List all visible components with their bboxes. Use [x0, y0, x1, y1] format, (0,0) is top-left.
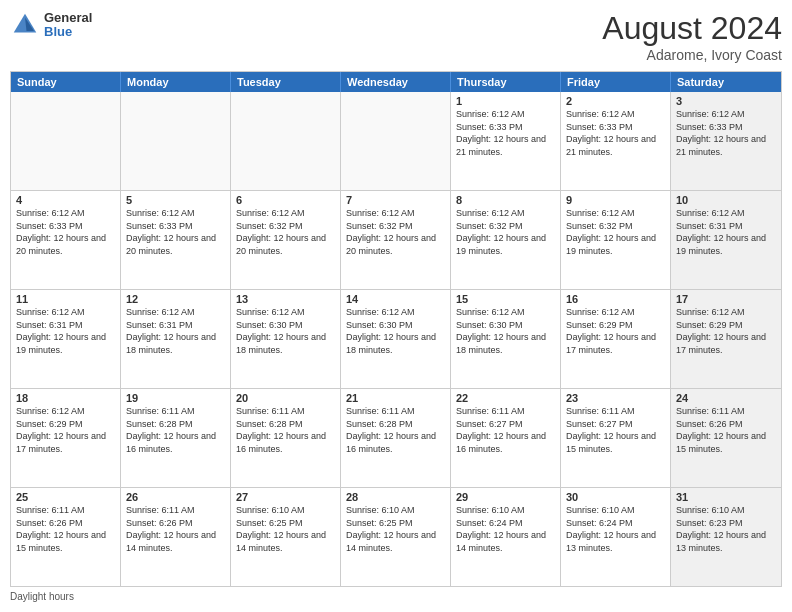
day-number: 13: [236, 293, 335, 305]
calendar-cell-27: 27Sunrise: 6:10 AM Sunset: 6:25 PM Dayli…: [231, 488, 341, 586]
day-info: Sunrise: 6:10 AM Sunset: 6:24 PM Dayligh…: [566, 504, 665, 554]
logo-icon: [10, 10, 40, 40]
day-number: 3: [676, 95, 776, 107]
day-number: 10: [676, 194, 776, 206]
day-number: 2: [566, 95, 665, 107]
calendar-cell-28: 28Sunrise: 6:10 AM Sunset: 6:25 PM Dayli…: [341, 488, 451, 586]
day-number: 19: [126, 392, 225, 404]
calendar-cell-15: 15Sunrise: 6:12 AM Sunset: 6:30 PM Dayli…: [451, 290, 561, 388]
day-number: 20: [236, 392, 335, 404]
calendar-cell-empty-0-3: [341, 92, 451, 190]
day-info: Sunrise: 6:12 AM Sunset: 6:31 PM Dayligh…: [676, 207, 776, 257]
day-number: 21: [346, 392, 445, 404]
day-info: Sunrise: 6:10 AM Sunset: 6:23 PM Dayligh…: [676, 504, 776, 554]
day-info: Sunrise: 6:11 AM Sunset: 6:28 PM Dayligh…: [126, 405, 225, 455]
day-number: 15: [456, 293, 555, 305]
day-info: Sunrise: 6:12 AM Sunset: 6:30 PM Dayligh…: [456, 306, 555, 356]
footer-text: Daylight hours: [10, 591, 74, 602]
weekday-header-thursday: Thursday: [451, 72, 561, 92]
day-info: Sunrise: 6:11 AM Sunset: 6:28 PM Dayligh…: [346, 405, 445, 455]
weekday-header-wednesday: Wednesday: [341, 72, 451, 92]
day-number: 16: [566, 293, 665, 305]
day-number: 1: [456, 95, 555, 107]
day-number: 4: [16, 194, 115, 206]
day-number: 18: [16, 392, 115, 404]
page: General Blue August 2024 Adarome, Ivory …: [0, 0, 792, 612]
calendar-cell-30: 30Sunrise: 6:10 AM Sunset: 6:24 PM Dayli…: [561, 488, 671, 586]
day-number: 7: [346, 194, 445, 206]
calendar-cell-11: 11Sunrise: 6:12 AM Sunset: 6:31 PM Dayli…: [11, 290, 121, 388]
day-info: Sunrise: 6:11 AM Sunset: 6:26 PM Dayligh…: [126, 504, 225, 554]
day-info: Sunrise: 6:12 AM Sunset: 6:29 PM Dayligh…: [16, 405, 115, 455]
day-number: 11: [16, 293, 115, 305]
logo-general: General: [44, 11, 92, 25]
day-number: 6: [236, 194, 335, 206]
day-number: 5: [126, 194, 225, 206]
day-info: Sunrise: 6:11 AM Sunset: 6:27 PM Dayligh…: [456, 405, 555, 455]
calendar-body: 1Sunrise: 6:12 AM Sunset: 6:33 PM Daylig…: [11, 92, 781, 586]
day-info: Sunrise: 6:12 AM Sunset: 6:33 PM Dayligh…: [566, 108, 665, 158]
calendar-cell-7: 7Sunrise: 6:12 AM Sunset: 6:32 PM Daylig…: [341, 191, 451, 289]
calendar-cell-6: 6Sunrise: 6:12 AM Sunset: 6:32 PM Daylig…: [231, 191, 341, 289]
calendar-cell-17: 17Sunrise: 6:12 AM Sunset: 6:29 PM Dayli…: [671, 290, 781, 388]
calendar-cell-10: 10Sunrise: 6:12 AM Sunset: 6:31 PM Dayli…: [671, 191, 781, 289]
day-number: 25: [16, 491, 115, 503]
calendar-cell-14: 14Sunrise: 6:12 AM Sunset: 6:30 PM Dayli…: [341, 290, 451, 388]
calendar-cell-empty-0-2: [231, 92, 341, 190]
footer: Daylight hours: [10, 591, 782, 602]
day-info: Sunrise: 6:12 AM Sunset: 6:33 PM Dayligh…: [456, 108, 555, 158]
logo-text: General Blue: [44, 11, 92, 40]
day-number: 31: [676, 491, 776, 503]
title-block: August 2024 Adarome, Ivory Coast: [602, 10, 782, 63]
day-info: Sunrise: 6:10 AM Sunset: 6:25 PM Dayligh…: [236, 504, 335, 554]
day-number: 8: [456, 194, 555, 206]
calendar-cell-26: 26Sunrise: 6:11 AM Sunset: 6:26 PM Dayli…: [121, 488, 231, 586]
day-number: 24: [676, 392, 776, 404]
day-info: Sunrise: 6:12 AM Sunset: 6:33 PM Dayligh…: [16, 207, 115, 257]
calendar-cell-24: 24Sunrise: 6:11 AM Sunset: 6:26 PM Dayli…: [671, 389, 781, 487]
calendar-cell-20: 20Sunrise: 6:11 AM Sunset: 6:28 PM Dayli…: [231, 389, 341, 487]
day-info: Sunrise: 6:12 AM Sunset: 6:30 PM Dayligh…: [236, 306, 335, 356]
day-info: Sunrise: 6:12 AM Sunset: 6:29 PM Dayligh…: [676, 306, 776, 356]
logo: General Blue: [10, 10, 92, 40]
day-number: 14: [346, 293, 445, 305]
day-info: Sunrise: 6:12 AM Sunset: 6:30 PM Dayligh…: [346, 306, 445, 356]
day-number: 30: [566, 491, 665, 503]
weekday-header-monday: Monday: [121, 72, 231, 92]
calendar-cell-31: 31Sunrise: 6:10 AM Sunset: 6:23 PM Dayli…: [671, 488, 781, 586]
calendar-cell-16: 16Sunrise: 6:12 AM Sunset: 6:29 PM Dayli…: [561, 290, 671, 388]
header: General Blue August 2024 Adarome, Ivory …: [10, 10, 782, 63]
day-info: Sunrise: 6:11 AM Sunset: 6:26 PM Dayligh…: [676, 405, 776, 455]
day-info: Sunrise: 6:12 AM Sunset: 6:32 PM Dayligh…: [346, 207, 445, 257]
day-info: Sunrise: 6:12 AM Sunset: 6:33 PM Dayligh…: [126, 207, 225, 257]
day-info: Sunrise: 6:11 AM Sunset: 6:27 PM Dayligh…: [566, 405, 665, 455]
calendar-cell-18: 18Sunrise: 6:12 AM Sunset: 6:29 PM Dayli…: [11, 389, 121, 487]
day-info: Sunrise: 6:12 AM Sunset: 6:33 PM Dayligh…: [676, 108, 776, 158]
day-info: Sunrise: 6:12 AM Sunset: 6:32 PM Dayligh…: [456, 207, 555, 257]
day-number: 27: [236, 491, 335, 503]
calendar-cell-2: 2Sunrise: 6:12 AM Sunset: 6:33 PM Daylig…: [561, 92, 671, 190]
day-info: Sunrise: 6:12 AM Sunset: 6:31 PM Dayligh…: [16, 306, 115, 356]
calendar-cell-22: 22Sunrise: 6:11 AM Sunset: 6:27 PM Dayli…: [451, 389, 561, 487]
day-info: Sunrise: 6:12 AM Sunset: 6:29 PM Dayligh…: [566, 306, 665, 356]
calendar-cell-13: 13Sunrise: 6:12 AM Sunset: 6:30 PM Dayli…: [231, 290, 341, 388]
calendar-week-2: 4Sunrise: 6:12 AM Sunset: 6:33 PM Daylig…: [11, 191, 781, 290]
location-title: Adarome, Ivory Coast: [602, 47, 782, 63]
day-info: Sunrise: 6:10 AM Sunset: 6:24 PM Dayligh…: [456, 504, 555, 554]
calendar-week-1: 1Sunrise: 6:12 AM Sunset: 6:33 PM Daylig…: [11, 92, 781, 191]
day-number: 17: [676, 293, 776, 305]
month-title: August 2024: [602, 10, 782, 47]
calendar-cell-19: 19Sunrise: 6:11 AM Sunset: 6:28 PM Dayli…: [121, 389, 231, 487]
calendar-cell-9: 9Sunrise: 6:12 AM Sunset: 6:32 PM Daylig…: [561, 191, 671, 289]
weekday-header-friday: Friday: [561, 72, 671, 92]
calendar-cell-1: 1Sunrise: 6:12 AM Sunset: 6:33 PM Daylig…: [451, 92, 561, 190]
calendar-cell-3: 3Sunrise: 6:12 AM Sunset: 6:33 PM Daylig…: [671, 92, 781, 190]
day-number: 9: [566, 194, 665, 206]
calendar: SundayMondayTuesdayWednesdayThursdayFrid…: [10, 71, 782, 587]
day-info: Sunrise: 6:11 AM Sunset: 6:26 PM Dayligh…: [16, 504, 115, 554]
calendar-cell-12: 12Sunrise: 6:12 AM Sunset: 6:31 PM Dayli…: [121, 290, 231, 388]
calendar-week-3: 11Sunrise: 6:12 AM Sunset: 6:31 PM Dayli…: [11, 290, 781, 389]
calendar-cell-4: 4Sunrise: 6:12 AM Sunset: 6:33 PM Daylig…: [11, 191, 121, 289]
day-info: Sunrise: 6:10 AM Sunset: 6:25 PM Dayligh…: [346, 504, 445, 554]
day-info: Sunrise: 6:12 AM Sunset: 6:32 PM Dayligh…: [566, 207, 665, 257]
